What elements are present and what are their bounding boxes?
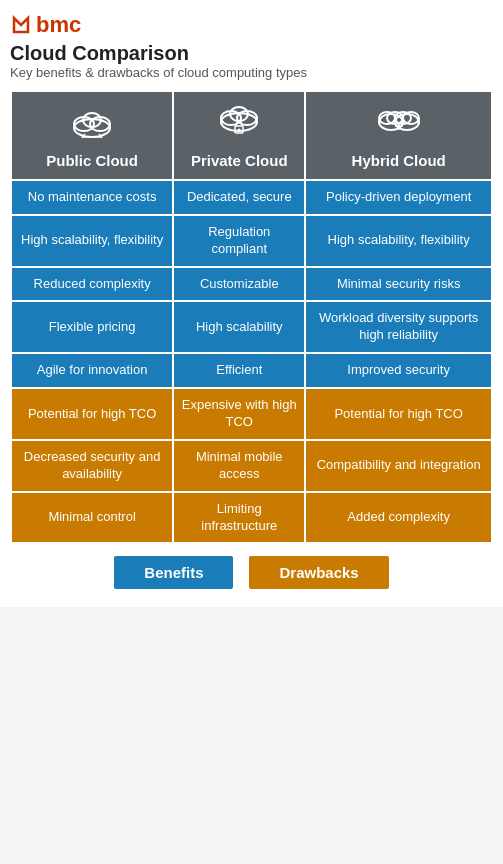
- cell-7-1: Limiting infrastructure: [173, 492, 305, 544]
- cell-5-0: Potential for high TCO: [11, 388, 173, 440]
- table-row: Flexible pricingHigh scalabilityWorkload…: [11, 301, 492, 353]
- bmc-logo: bmc: [10, 12, 493, 38]
- svg-point-14: [238, 129, 241, 132]
- cell-1-0: High scalability, flexibility: [11, 215, 173, 267]
- table-row: Agile for innovationEfficientImproved se…: [11, 353, 492, 388]
- table-row: Potential for high TCOExpensive with hig…: [11, 388, 492, 440]
- cell-4-1: Efficient: [173, 353, 305, 388]
- cell-2-1: Customizable: [173, 267, 305, 302]
- table-header-row: Public Cloud Privat: [11, 91, 492, 180]
- legend: Benefits Drawbacks: [10, 556, 493, 589]
- cell-3-1: High scalability: [173, 301, 305, 353]
- public-cloud-icon: [18, 102, 166, 147]
- cell-0-0: No maintenance costs: [11, 180, 173, 215]
- drawbacks-button[interactable]: Drawbacks: [249, 556, 388, 589]
- main-title: Cloud Comparison: [10, 42, 493, 65]
- table-row: Decreased security and availabilityMinim…: [11, 440, 492, 492]
- cell-2-0: Reduced complexity: [11, 267, 173, 302]
- private-cloud-icon: [180, 102, 298, 147]
- col-label-public: Public Cloud: [46, 152, 138, 169]
- cell-0-1: Dedicated, secure: [173, 180, 305, 215]
- cell-5-1: Expensive with high TCO: [173, 388, 305, 440]
- cell-3-2: Workload diversity supports high reliabi…: [305, 301, 492, 353]
- table-body: No maintenance costsDedicated, securePol…: [11, 180, 492, 544]
- cell-2-2: Minimal security risks: [305, 267, 492, 302]
- cell-6-2: Compatibility and integration: [305, 440, 492, 492]
- table-row: Minimal controlLimiting infrastructureAd…: [11, 492, 492, 544]
- cell-6-0: Decreased security and availability: [11, 440, 173, 492]
- col-label-hybrid: Hybrid Cloud: [352, 152, 446, 169]
- table-row: No maintenance costsDedicated, securePol…: [11, 180, 492, 215]
- col-header-hybrid: Hybrid Cloud: [305, 91, 492, 180]
- hybrid-cloud-icon: [312, 102, 485, 147]
- cell-7-2: Added complexity: [305, 492, 492, 544]
- col-header-private: Private Cloud: [173, 91, 305, 180]
- subtitle: Key benefits & drawbacks of cloud comput…: [10, 65, 493, 80]
- col-header-public: Public Cloud: [11, 91, 173, 180]
- benefits-button[interactable]: Benefits: [114, 556, 233, 589]
- table-row: High scalability, flexibilityRegulation …: [11, 215, 492, 267]
- cell-3-0: Flexible pricing: [11, 301, 173, 353]
- svg-marker-0: [14, 18, 28, 32]
- col-label-private: Private Cloud: [191, 152, 288, 169]
- cell-4-2: Improved security: [305, 353, 492, 388]
- title-section: Cloud Comparison Key benefits & drawback…: [10, 42, 493, 80]
- cell-5-2: Potential for high TCO: [305, 388, 492, 440]
- cell-0-2: Policy-driven deployment: [305, 180, 492, 215]
- logo-text: bmc: [36, 12, 81, 38]
- cell-1-2: High scalability, flexibility: [305, 215, 492, 267]
- table-row: Reduced complexityCustomizableMinimal se…: [11, 267, 492, 302]
- bmc-logo-icon: [10, 14, 32, 36]
- cloud-table: Public Cloud Privat: [10, 90, 493, 544]
- cell-4-0: Agile for innovation: [11, 353, 173, 388]
- cell-6-1: Minimal mobile access: [173, 440, 305, 492]
- cell-7-0: Minimal control: [11, 492, 173, 544]
- cell-1-1: Regulation compliant: [173, 215, 305, 267]
- page-wrapper: bmc Cloud Comparison Key benefits & draw…: [0, 0, 503, 607]
